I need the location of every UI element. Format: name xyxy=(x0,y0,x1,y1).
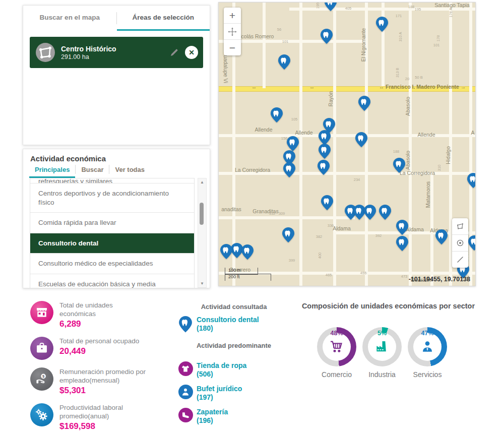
activity-name: Tienda de ropa xyxy=(197,361,246,370)
dental-office-map-pin[interactable] xyxy=(282,227,295,243)
street xyxy=(263,3,266,88)
dental-office-map-pin[interactable] xyxy=(270,107,283,123)
scroll-up-icon[interactable]: ▲ xyxy=(198,180,206,184)
scrollbar[interactable]: ▲ ▼ xyxy=(198,178,207,288)
donut-ring: 48% xyxy=(317,327,356,366)
zoom-in-button[interactable]: + xyxy=(224,8,241,24)
line-tool-icon[interactable] xyxy=(452,252,468,268)
economic-activity-panel: Actividad económica Principales Buscar V… xyxy=(23,149,210,288)
house-number: 310 A xyxy=(398,32,403,41)
sector-donut: 5%Industria xyxy=(360,327,404,379)
dental-office-map-pin[interactable] xyxy=(278,54,291,70)
dental-office-map-pin[interactable] xyxy=(393,157,406,173)
dental-office-map-pin[interactable] xyxy=(396,235,409,252)
street-label: Allende xyxy=(295,130,312,136)
street-label: ↔ xyxy=(251,84,257,90)
briefcase-icon xyxy=(30,337,53,360)
dental-office-map-pin[interactable] xyxy=(320,28,333,44)
activity-count: (197) xyxy=(197,393,242,402)
person-icon xyxy=(177,385,194,403)
tab-buscar[interactable]: Buscar xyxy=(76,166,109,178)
sector-donut: 48%Comercio xyxy=(314,327,359,379)
map-canvas[interactable]: Santiago TapiaNicolás RomeroGuadalupe Vi… xyxy=(218,2,476,286)
stat-label: empleado(mensual) xyxy=(59,376,146,385)
dental-office-map-pin[interactable] xyxy=(355,132,368,148)
tab-buscar-en-el-mapa[interactable]: Buscar en el mapa xyxy=(23,6,116,31)
dental-office-map-pin[interactable] xyxy=(324,2,337,12)
dental-office-map-pin[interactable] xyxy=(396,219,409,235)
street-label: Hidalgo xyxy=(445,146,451,164)
street xyxy=(409,3,412,286)
donut-percentage: 5% xyxy=(362,330,402,337)
street xyxy=(382,3,385,86)
house-number: 405 xyxy=(345,6,352,11)
dental-office-map-pin[interactable] xyxy=(241,244,254,260)
dental-office-map-pin[interactable] xyxy=(379,204,392,220)
sector-composition-section: Composición de unidades económicas por s… xyxy=(301,302,475,379)
map-scale: 100 m 200 ft xyxy=(225,268,271,281)
map-draw-tools xyxy=(452,218,468,268)
street-label: A xyxy=(471,130,474,136)
house-number: 176 A xyxy=(449,8,453,17)
activity-list-item[interactable]: Consultorio dental xyxy=(30,233,194,254)
tab-principales[interactable]: Principales xyxy=(29,166,75,178)
zoom-out-button[interactable]: − xyxy=(224,40,241,55)
dental-office-map-pin[interactable] xyxy=(358,95,371,111)
house-number: 50 B xyxy=(415,75,422,80)
donut-percentage: 48% xyxy=(317,330,356,337)
map-coordinates: -101.19455, 19.70138 xyxy=(409,276,470,283)
stat-value: $169,598 xyxy=(59,421,123,431)
activity-list-item[interactable]: Consultorio médico de especialidades xyxy=(30,254,194,274)
house-number: 171 xyxy=(396,14,402,18)
dental-office-map-pin[interactable] xyxy=(435,229,448,245)
hand-coin-icon: $ xyxy=(30,367,53,391)
house-number: 312 xyxy=(269,211,276,216)
street-label: El Nigromante xyxy=(360,28,366,62)
consulted-activity-header: Actividad consultada xyxy=(177,303,290,311)
polygon-tool-icon[interactable] xyxy=(452,218,468,235)
dental-office-map-pin[interactable] xyxy=(220,243,233,260)
pan-button[interactable] xyxy=(224,24,241,40)
edit-pencil-icon[interactable] xyxy=(169,47,180,58)
dental-office-map-pin[interactable] xyxy=(318,143,331,159)
activity-list-item[interactable]: Comida rápida para llevar xyxy=(30,213,194,233)
stat-label: Remuneración promedio por xyxy=(59,367,146,376)
target-tool-icon[interactable] xyxy=(452,235,468,252)
remove-area-button[interactable]: ✕ xyxy=(185,46,198,59)
dental-office-map-pin[interactable] xyxy=(317,159,330,175)
dental-office-map-pin[interactable] xyxy=(363,204,376,220)
dental-office-map-pin[interactable] xyxy=(375,16,389,32)
dental-office-map-pin[interactable] xyxy=(468,235,476,251)
house-number: 101 xyxy=(433,43,440,47)
selected-area-card[interactable]: Centro Histórico 291.00 ha ✕ xyxy=(30,37,203,68)
scrollbar-thumb[interactable] xyxy=(200,203,204,225)
activity-name: Zapatería xyxy=(197,408,228,416)
activity-list-item[interactable]: Cafeterías, fuentes de sodas, neverías, … xyxy=(30,178,194,183)
street xyxy=(299,3,302,286)
tab-areas-de-seleccion[interactable]: Áreas de selección xyxy=(117,6,210,31)
close-icon: ✕ xyxy=(188,48,195,56)
sector-label: Industria xyxy=(360,370,404,379)
sector-donuts: 48%Comercio5%Industria47%Servicios xyxy=(301,327,475,379)
house-number: 465 xyxy=(326,273,332,277)
scroll-down-icon[interactable]: ▼ xyxy=(198,281,206,286)
street-label: Santiago Tapia xyxy=(434,2,469,8)
dental-office-map-pin[interactable] xyxy=(321,195,334,211)
area-size: 291.00 ha xyxy=(61,53,116,60)
stat-row: Total de unidadeseconómicas6,289 xyxy=(30,301,181,329)
stats-column: Total de unidadeseconómicas6,289Total de… xyxy=(30,301,181,434)
tooth-pin-icon xyxy=(177,316,194,334)
activity-name: Consultorio dental xyxy=(197,316,259,324)
area-name: Centro Histórico xyxy=(61,44,116,53)
stat-label: Productividad laboral xyxy=(59,403,123,412)
house-number: 400 xyxy=(318,253,322,259)
tab-ver-todas[interactable]: Ver todas xyxy=(109,166,150,178)
activity-list-item[interactable]: Centros deportivos y de acondicionamient… xyxy=(30,183,194,213)
house-number: 178 xyxy=(436,35,440,42)
shoe-icon xyxy=(177,408,194,426)
activity-list-item[interactable]: Escuelas de educación básica y media xyxy=(30,274,194,288)
dental-office-map-pin[interactable] xyxy=(467,172,476,189)
house-number: 20 xyxy=(405,77,409,81)
dental-office-map-pin[interactable] xyxy=(283,162,296,178)
stat-row: Total de personal ocupado20,449 xyxy=(30,337,181,360)
